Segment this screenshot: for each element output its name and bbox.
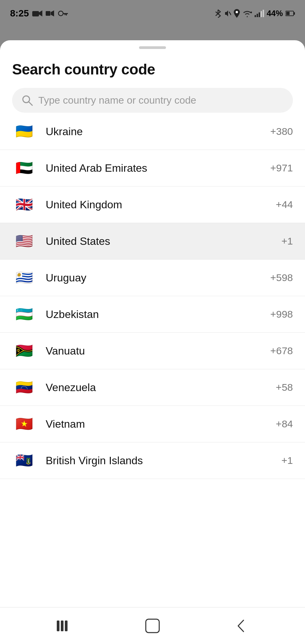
flag-icon: 🇺🇸 [12,232,36,250]
country-name: Venezuela [46,381,272,394]
svg-point-3 [58,11,63,16]
flag-icon: 🇻🇬 [12,452,36,469]
svg-rect-16 [263,10,264,17]
battery-icon [286,10,295,16]
country-name: United States [46,235,278,248]
svg-rect-25 [146,619,159,633]
country-list[interactable]: 🇺🇦Ukraine+380🇦🇪United Arab Emirates+971🇬… [0,119,305,607]
country-dial-code: +678 [270,345,293,357]
search-input[interactable] [38,95,284,106]
svg-point-10 [235,11,238,13]
country-name: United Kingdom [46,199,272,211]
flag-icon: 🇻🇺 [12,342,36,360]
signal-icon [255,10,264,17]
country-dial-code: +58 [276,382,293,393]
svg-line-8 [216,14,218,16]
search-container [0,85,305,119]
list-item[interactable]: 🇺🇸United States+1 [0,223,305,260]
back-icon [234,618,248,634]
svg-rect-24 [65,621,68,631]
modal-sheet: Search country code 🇺🇦Ukraine+380🇦🇪Unite… [0,40,305,644]
list-item[interactable]: 🇬🇧United Kingdom+44 [0,186,305,223]
modal-header: Search country code [0,49,305,85]
svg-rect-2 [46,11,50,16]
svg-rect-14 [259,12,260,17]
time-display: 8:25 [10,8,29,19]
search-icon [21,95,33,106]
camera-icon [32,10,42,17]
home-icon [144,618,161,634]
flag-icon: 🇦🇪 [12,159,36,177]
modal-title: Search country code [12,61,293,78]
svg-rect-6 [64,14,66,15]
country-dial-code: +1 [281,235,293,247]
back-button[interactable] [227,612,254,639]
svg-rect-19 [294,12,295,15]
country-name: Ukraine [46,125,267,138]
flag-icon: 🇻🇪 [12,379,36,396]
list-item[interactable]: 🇻🇪Venezuela+58 [0,369,305,406]
country-name: Uzbekistan [46,308,267,321]
mute-icon [224,9,231,18]
flag-icon: 🇬🇧 [12,196,36,213]
list-item[interactable]: 🇻🇳Vietnam+84 [0,406,305,442]
flag-icon: 🇺🇦 [12,123,36,140]
svg-line-9 [229,12,231,15]
country-dial-code: +380 [270,126,293,137]
svg-line-21 [29,102,32,105]
country-dial-code: +84 [276,418,293,430]
list-item[interactable]: 🇺🇦Ukraine+380 [0,119,305,150]
country-dial-code: +998 [270,309,293,320]
flag-icon: 🇻🇳 [12,415,36,433]
svg-rect-4 [63,13,68,14]
list-item[interactable]: 🇻🇬British Virgin Islands+1 [0,442,305,479]
flag-icon: 🇺🇾 [12,269,36,286]
country-dial-code: +971 [270,162,293,174]
status-left: 8:25 [10,8,68,19]
flag-icon: 🇺🇿 [12,306,36,323]
country-dial-code: +598 [270,272,293,283]
country-dial-code: +44 [276,199,293,210]
svg-marker-1 [39,10,42,16]
list-item[interactable]: 🇺🇿Uzbekistan+998 [0,296,305,333]
svg-rect-22 [57,621,59,631]
menu-icon [55,619,73,633]
drag-handle[interactable] [139,46,166,49]
country-name: United Arab Emirates [46,162,267,174]
country-name: British Virgin Islands [46,454,278,467]
menu-button[interactable] [51,612,78,639]
svg-rect-23 [61,621,63,631]
record-icon [46,10,54,17]
search-box[interactable] [12,88,293,113]
list-item[interactable]: 🇻🇺Vanuatu+678 [0,333,305,369]
svg-rect-12 [255,15,256,17]
status-bar: 8:25 [0,0,305,27]
location-icon [234,9,240,18]
svg-rect-18 [286,12,290,15]
svg-rect-0 [32,11,39,16]
home-button[interactable] [139,612,166,639]
nav-bar [0,607,305,644]
svg-rect-15 [261,11,262,17]
status-right: 44% [215,9,295,18]
list-item[interactable]: 🇦🇪United Arab Emirates+971 [0,150,305,186]
country-dial-code: +1 [281,455,293,466]
svg-rect-5 [66,14,67,15]
list-item[interactable]: 🇺🇾Uruguay+598 [0,260,305,296]
battery-display: 44% [267,9,283,18]
country-name: Vanuatu [46,345,267,357]
wifi-icon [243,10,252,17]
key-icon [58,10,68,17]
bluetooth-icon [215,9,221,18]
country-name: Uruguay [46,272,267,284]
country-name: Vietnam [46,418,272,430]
svg-rect-13 [257,14,258,17]
